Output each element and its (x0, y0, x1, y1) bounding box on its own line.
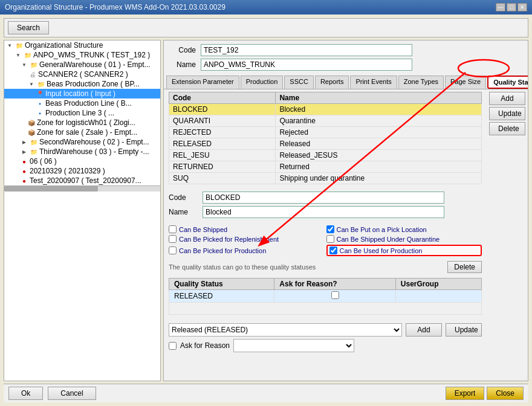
tree-label-test: Test_20200907 ( Test_20200907... (30, 176, 141, 185)
line3-icon: ▪ (36, 109, 44, 117)
dot-icon-test: ● (20, 176, 28, 185)
sub-cell-usergroup (395, 290, 481, 303)
bottom-right: Export Close (446, 387, 524, 400)
tree-item-bpl3[interactable]: ▪ Production Line 3 ( ... (4, 108, 160, 118)
tab-printevents[interactable]: Print Events (350, 76, 397, 89)
table-row[interactable]: BLOCKED Blocked (169, 104, 482, 115)
can-be-shipped-quarantine-checkbox[interactable] (326, 235, 334, 243)
tab-reports[interactable]: Reports (315, 76, 349, 89)
released-select[interactable]: Released (RELEASED) (169, 323, 402, 337)
tree-item-bpz[interactable]: ▼ 📁 Beas Production Zone ( BP... (4, 79, 160, 89)
cell-name: Released (276, 138, 482, 150)
tree-scrollbar[interactable] (4, 185, 160, 192)
tree-item-general[interactable]: ▼ 📁 GeneralWarehouse ( 01 ) - Empt... (4, 60, 160, 69)
tab-extension[interactable]: Extension Parameter (166, 76, 239, 89)
right-main: Code Name BLOCKED Blocked QUAR (164, 89, 487, 381)
dot-icon-d20210329: ● (20, 167, 28, 175)
right-panel: Code Name Extension Parameter Production… (163, 40, 528, 381)
tree-item-zones[interactable]: 📦 Zone for sale ( Zsale ) - Empt... (4, 127, 160, 137)
tab-zonetypes[interactable]: Zone Types (398, 76, 444, 89)
cell-code: REJECTED (169, 127, 276, 138)
folder-icon-anpo: 📁 (24, 51, 32, 59)
name-input[interactable] (201, 59, 412, 71)
name-row: Name (169, 59, 523, 71)
sub-select-row: Released (RELEASED) Add Update (169, 323, 482, 337)
sub-table: Quality Status Ask for Reason? UserGroup… (169, 278, 482, 315)
table-row[interactable]: QUARANTI Quarantine (169, 115, 482, 127)
tree-item-third[interactable]: ▶ 📁 ThirdWarehouse ( 03 ) - Empty -... (4, 147, 160, 156)
reason-select[interactable] (233, 339, 354, 352)
tab-production[interactable]: Production (241, 76, 284, 89)
detail-name-row: Name (169, 206, 482, 218)
cell-name: Shipping under quarantine (276, 173, 482, 184)
tree-item-zonel[interactable]: 📦 Zone for logisticWh01 ( Zlogi... (4, 118, 160, 127)
table-row[interactable]: REL_JESU Released_JESUS (169, 150, 482, 161)
code-input[interactable] (201, 44, 412, 56)
add-button[interactable]: Add (489, 92, 525, 105)
ok-button[interactable]: Ok (8, 387, 43, 400)
can-be-shipped-label: Can Be Shipped (179, 226, 227, 233)
table-row[interactable]: RETURNED Returned (169, 161, 482, 173)
tree-item-scanner2[interactable]: 🖨 SCANNER2 ( SCANNER2 ) (4, 69, 160, 79)
tree-item-second[interactable]: ▶ 📁 SecondWarehouse ( 02 ) - Empt... (4, 137, 160, 147)
bottom-left: Ok Cancel (8, 387, 96, 400)
tab-qualitystatus[interactable]: Quality Status (487, 76, 528, 89)
cell-code: QUARANTI (169, 115, 276, 127)
tree-label-second: SecondWarehouse ( 02 ) - Empt... (39, 138, 149, 146)
sub-update-button[interactable]: Update (446, 323, 482, 337)
cancel-button[interactable]: Cancel (48, 387, 96, 400)
sub-col-status: Quality Status (169, 279, 274, 290)
can-be-used-prod-checkbox[interactable] (329, 246, 337, 254)
can-be-put-pickloc-checkbox[interactable] (326, 225, 334, 233)
export-button[interactable]: Export (446, 387, 485, 400)
tree-item-input[interactable]: 📍 Input location ( Input ) (4, 89, 160, 98)
can-be-picked-replenish-checkbox[interactable] (169, 235, 177, 243)
can-be-picked-prod-label: Can Be Picked for Production (179, 247, 266, 254)
table-row[interactable]: SUQ Shipping under quarantine (169, 173, 482, 184)
detail-code-input[interactable] (203, 192, 444, 204)
close-button[interactable]: Close (487, 387, 524, 400)
sub-delete-button[interactable]: Delete (447, 261, 482, 273)
update-button[interactable]: Update (489, 107, 525, 120)
tab-sscc[interactable]: SSCC (284, 76, 314, 89)
delete-button[interactable]: Delete (489, 122, 525, 135)
detail-name-input[interactable] (203, 206, 444, 218)
sub-section: The quality status can go to these quali… (164, 259, 487, 321)
can-be-used-prod-label: Can Be Used for Production (340, 247, 423, 254)
cb-pickprod-row: Can Be Picked for Production (169, 245, 325, 256)
tree-label-06: 06 ( 06 ) (30, 157, 57, 166)
sub-ask-reason-checkbox[interactable] (331, 291, 339, 299)
maximize-button[interactable]: □ (507, 3, 516, 11)
tree-item-bpl[interactable]: ▪ Beas Production Line ( B... (4, 98, 160, 108)
sub-add-button[interactable]: Add (406, 323, 442, 337)
can-be-picked-replenish-label: Can Be Picked for Replenishment (179, 236, 279, 243)
content-area: ▼ 📁 Organizational Structure ▼ 📁 ANPO_WM… (4, 40, 528, 381)
code-label: Code (169, 46, 196, 54)
top-bar: Search (4, 18, 528, 37)
minimize-button[interactable]: — (496, 3, 505, 11)
can-be-picked-prod-checkbox[interactable] (169, 246, 177, 254)
tab-pagesize[interactable]: Page Size (445, 76, 486, 89)
tree-item-org[interactable]: ▼ 📁 Organizational Structure (4, 40, 160, 50)
tree-item-test[interactable]: ● Test_20200907 ( Test_20200907... (4, 176, 160, 185)
search-button[interactable]: Search (8, 21, 49, 34)
sub-table-row[interactable]: RELEASED (169, 290, 482, 303)
tree-item-06[interactable]: ● 06 ( 06 ) (4, 156, 160, 166)
detail-form: Code Name (164, 189, 487, 223)
table-row[interactable]: REJECTED Rejected (169, 127, 482, 138)
tree-panel: ▼ 📁 Organizational Structure ▼ 📁 ANPO_WM… (4, 40, 161, 381)
cell-code: SUQ (169, 173, 276, 184)
ask-reason-form-checkbox[interactable] (169, 342, 177, 350)
can-be-shipped-checkbox[interactable] (169, 225, 177, 233)
tree-item-d20210329[interactable]: ● 20210329 ( 20210329 ) (4, 166, 160, 176)
ask-reason-form-label: Ask for Reason (180, 341, 230, 350)
tree-label-zonel: Zone for logisticWh01 ( Zlogi... (37, 118, 135, 127)
tree-label-third: ThirdWarehouse ( 03 ) - Empty -... (39, 147, 149, 156)
ask-reason-row: Ask for Reason (169, 339, 482, 352)
close-button[interactable]: ✕ (517, 3, 527, 11)
table-row[interactable]: RELEASED Released (169, 138, 482, 150)
tree-label-bpl3: Production Line 3 ( ... (45, 109, 114, 117)
tree-item-anpo[interactable]: ▼ 📁 ANPO_WMS_TRUNK ( TEST_192 ) (4, 50, 160, 60)
right-panel-inner: Code Name BLOCKED Blocked QUAR (164, 89, 528, 381)
tabs-bar: Extension Parameter Production SSCC Repo… (164, 74, 528, 89)
